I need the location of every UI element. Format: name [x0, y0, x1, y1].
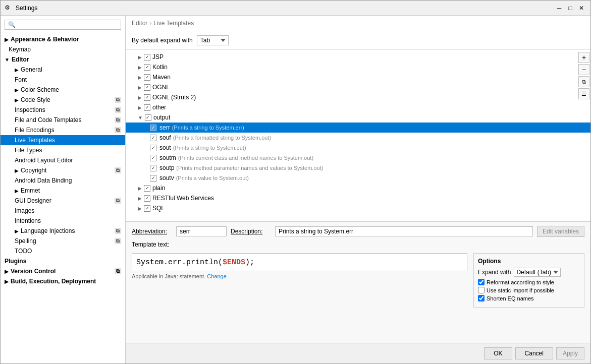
sidebar-item-file-types[interactable]: File Types	[1, 145, 125, 155]
sidebar-item-font[interactable]: Font	[1, 75, 125, 85]
checkbox-other[interactable]	[144, 104, 150, 111]
apply-button[interactable]: Apply	[556, 347, 584, 359]
sidebar-label: Color Scheme	[21, 86, 59, 93]
edit-variables-button[interactable]: Edit variables	[537, 226, 584, 237]
window-controls: ─ □ ✕	[554, 3, 586, 13]
reformat-checkbox[interactable]	[478, 279, 485, 285]
sidebar-item-keymap[interactable]: Keymap	[1, 44, 125, 54]
tree-child-sout[interactable]: sout (Prints a string to System.out)	[126, 143, 590, 153]
tree-item-ognl[interactable]: ▶ OGNL	[126, 82, 590, 92]
tree-item-jsp[interactable]: ▶ JSP	[126, 52, 590, 62]
move-template-button[interactable]: ☰	[578, 88, 589, 99]
minimize-button[interactable]: ─	[554, 3, 564, 13]
checkbox-sout[interactable]	[150, 145, 156, 151]
applicable-label: Applicable in	[132, 273, 163, 279]
checkbox-output[interactable]	[145, 114, 151, 121]
tree-item-output[interactable]: ▼ output	[126, 112, 590, 123]
sidebar-label: Language Injections	[21, 227, 75, 234]
template-text-area[interactable]: System.err.println($END$);	[132, 253, 467, 271]
expand-with-select[interactable]: Default (Tab) Tab Enter Space	[514, 268, 561, 277]
sidebar-item-file-encodings[interactable]: File Encodings ⧉	[1, 125, 125, 135]
description-input[interactable]	[275, 226, 533, 236]
sidebar-item-inspections[interactable]: Inspections ⧉	[1, 105, 125, 115]
tree-child-soutm[interactable]: soutm (Prints current class and method n…	[126, 153, 590, 163]
checkbox-soutm[interactable]	[150, 155, 156, 161]
sidebar-label: Spelling	[15, 237, 36, 245]
sidebar-item-spelling[interactable]: Spelling ⧉	[1, 236, 125, 246]
checkbox-jsp[interactable]	[144, 54, 150, 60]
sidebar-item-editor[interactable]: ▼ Editor	[1, 54, 125, 65]
checkbox-maven[interactable]	[144, 74, 150, 81]
sidebar-item-emmet[interactable]: ▶ Emmet	[1, 186, 125, 196]
sidebar-label: Android Data Binding	[15, 177, 72, 184]
maximize-button[interactable]: □	[565, 3, 575, 13]
arrow-icon: ▶	[138, 85, 142, 90]
abbr-desc-row: Abbreviation: Description: Edit variable…	[132, 226, 584, 237]
sidebar-item-todo[interactable]: TODO	[1, 246, 125, 256]
sidebar-item-copyright[interactable]: ▶ Copyright ⧉	[1, 165, 125, 175]
variable-highlight: $END$	[223, 258, 245, 267]
checkbox-soutp[interactable]	[150, 165, 156, 171]
checkbox-ognl[interactable]	[144, 84, 150, 91]
shorten-eq-checkbox[interactable]	[478, 295, 485, 301]
cancel-button[interactable]: Cancel	[515, 347, 553, 359]
sidebar-item-intentions[interactable]: Intentions	[1, 216, 125, 226]
tree-child-soutp[interactable]: soutp (Prints method parameter names and…	[126, 163, 590, 173]
expand-icon: ▶	[15, 97, 19, 103]
sidebar-item-android-data-binding[interactable]: Android Data Binding	[1, 175, 125, 186]
shorten-eq-option: Shorten EQ names	[478, 295, 580, 301]
checkbox-souf[interactable]	[150, 135, 156, 141]
item-label: serr	[159, 124, 170, 131]
checkbox-kotlin[interactable]	[144, 64, 150, 71]
sidebar-label: Keymap	[9, 46, 31, 53]
sidebar-item-appearance[interactable]: ▶ Appearance & Behavior	[1, 34, 125, 44]
tree-item-ognl-struts[interactable]: ▶ OGNL (Struts 2)	[126, 92, 590, 102]
sidebar-item-live-templates[interactable]: Live Templates	[1, 135, 125, 145]
tree-child-serr[interactable]: serr (Prints a string to System.err)	[126, 123, 590, 133]
search-input[interactable]	[5, 20, 121, 30]
tree-item-kotlin[interactable]: ▶ Kotlin	[126, 62, 590, 72]
add-template-button[interactable]: +	[578, 52, 589, 63]
expand-select[interactable]: Tab Enter Space	[197, 35, 229, 45]
sidebar-item-file-code-templates[interactable]: File and Code Templates ⧉	[1, 115, 125, 125]
checkbox-restful[interactable]	[144, 195, 150, 202]
tree-child-soutv[interactable]: soutv (Prints a value to System.out)	[126, 173, 590, 183]
template-code: System.err.println($END$);	[136, 258, 254, 267]
close-button[interactable]: ✕	[576, 3, 586, 13]
tree-container: ▶ JSP ▶ Kotlin ▶ Maven	[126, 50, 590, 221]
change-link[interactable]: Change	[207, 273, 227, 279]
tree-item-maven[interactable]: ▶ Maven	[126, 72, 590, 82]
sidebar-item-android-layout[interactable]: Android Layout Editor	[1, 155, 125, 165]
abbreviation-input[interactable]	[176, 226, 227, 236]
tree-item-plain[interactable]: ▶ plain	[126, 183, 590, 193]
checkbox-ognl-struts[interactable]	[144, 94, 150, 101]
badge: ⧉	[115, 117, 121, 123]
tree-child-souf[interactable]: souf (Prints a formatted string to Syste…	[126, 133, 590, 143]
tree-item-sql[interactable]: ▶ SQL	[126, 203, 590, 213]
item-desc: (Prints a value to System.out)	[176, 175, 249, 181]
tree-item-other[interactable]: ▶ other	[126, 102, 590, 112]
sidebar-item-build[interactable]: ▶ Build, Execution, Deployment	[1, 276, 125, 286]
sidebar-item-color-scheme[interactable]: ▶ Color Scheme	[1, 85, 125, 95]
sidebar-item-plugins[interactable]: Plugins	[1, 256, 125, 266]
badge: ⧉	[115, 167, 121, 173]
ok-button[interactable]: OK	[484, 347, 512, 359]
sidebar-item-images[interactable]: Images	[1, 206, 125, 216]
sidebar-label: Code Style	[21, 96, 50, 103]
item-label: souf	[159, 134, 171, 141]
sidebar-item-general[interactable]: ▶ General	[1, 65, 125, 75]
checkbox-plain[interactable]	[144, 185, 150, 192]
sidebar-item-code-style[interactable]: ▶ Code Style ⧉	[1, 95, 125, 105]
sidebar-item-language-injections[interactable]: ▶ Language Injections ⧉	[1, 226, 125, 236]
checkbox-serr[interactable]	[150, 125, 156, 131]
arrow-icon: ▶	[138, 75, 142, 80]
template-text-label: Template text:	[132, 241, 584, 248]
static-import-checkbox[interactable]	[478, 287, 485, 293]
checkbox-soutv[interactable]	[150, 175, 156, 181]
copy-template-button[interactable]: ⧉	[578, 76, 589, 87]
checkbox-sql[interactable]	[144, 205, 150, 212]
tree-item-restful[interactable]: ▶ RESTful Web Services	[126, 193, 590, 203]
sidebar-item-gui-designer[interactable]: GUI Designer ⧉	[1, 196, 125, 206]
sidebar-item-version-control[interactable]: ▶ Version Control ⧉	[1, 266, 125, 276]
remove-template-button[interactable]: −	[578, 64, 589, 75]
